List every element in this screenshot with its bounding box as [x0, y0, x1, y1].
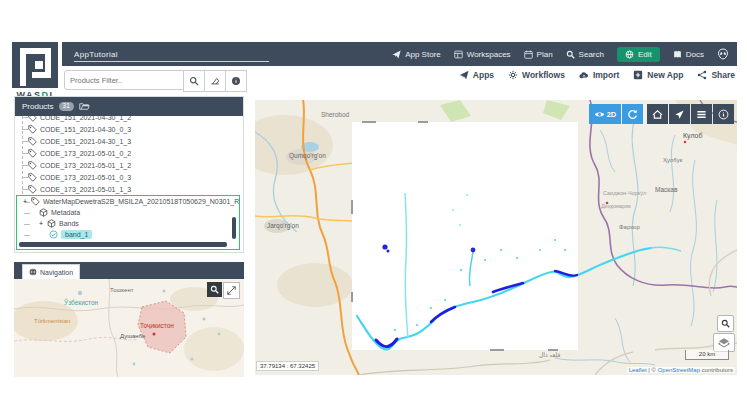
new-app-button[interactable]: New App: [633, 70, 683, 80]
search-icon: [721, 319, 730, 328]
leaflet-link[interactable]: Leaflet: [629, 367, 647, 373]
nav-app-store[interactable]: App Store: [392, 50, 441, 59]
tree-item-band1[interactable]: band_1: [17, 229, 239, 240]
paper-plane-icon: [459, 70, 469, 80]
expand-caret[interactable]: +: [23, 198, 28, 205]
globe-icon: [29, 268, 37, 276]
products-count-badge: 31: [59, 102, 74, 111]
product-tag-icon: [28, 125, 37, 134]
navbar-items: App Store Workspaces Plan Search Edit Do…: [392, 47, 737, 62]
paper-plane-icon: [392, 50, 401, 59]
product-tag-icon: [28, 161, 37, 170]
minimap-zoom-button[interactable]: [207, 282, 222, 297]
import-button[interactable]: Import: [579, 70, 619, 80]
navigation-tab[interactable]: Navigation: [22, 264, 80, 279]
nav-plan[interactable]: Plan: [524, 50, 553, 59]
map-attribution: Leaflet | © OpenStreetMap contributors: [627, 367, 735, 373]
nav-edit[interactable]: Edit: [617, 47, 660, 62]
toggle-2d-button[interactable]: 2D: [589, 104, 621, 124]
refresh-icon: [627, 109, 638, 120]
search-icon: [210, 285, 219, 294]
nav-docs[interactable]: Docs: [673, 50, 704, 59]
top-navbar: AppTutorial App Store Workspaces Plan Se…: [62, 42, 737, 66]
horizontal-scrollbar[interactable]: [19, 242, 227, 247]
layers-icon: [718, 337, 730, 349]
product-tree-item[interactable]: CODE_173_2021-05-01_0_2: [15, 147, 243, 159]
filter-search-button[interactable]: [183, 70, 205, 92]
product-tree-item[interactable]: CODE_151_2021-04-30_0_3: [15, 123, 243, 135]
product-tag-icon: [31, 197, 40, 206]
wasdi-logo-icon: [12, 42, 58, 88]
main-map[interactable]: SherobodQumqo'rg'onJarqo'rg'onКулобҲулбу…: [255, 100, 737, 375]
products-panel: Products 31 CODE_151_2021-04-30_1_2CODE_…: [14, 96, 244, 253]
diagonal-extent-icon: [227, 286, 236, 295]
apps-button[interactable]: Apps: [459, 70, 494, 80]
eraser-icon: [210, 76, 220, 86]
navigation-panel: Navigation ТошкентЎзбекистонTürkmenistan…: [14, 262, 244, 377]
gears-icon: [508, 70, 518, 80]
wasdi-app: WASDI AppTutorial App Store Workspaces P…: [0, 0, 747, 420]
nav-workspaces[interactable]: Workspaces: [454, 50, 511, 59]
refresh-button[interactable]: [622, 104, 643, 124]
book-icon: [673, 50, 682, 59]
osm-link[interactable]: OpenStreetMap: [658, 367, 700, 373]
filter-clear-button[interactable]: [204, 70, 226, 92]
products-panel-header: Products 31: [15, 97, 243, 116]
products-title: Products: [22, 102, 54, 111]
user-avatar-button[interactable]: [717, 48, 729, 60]
folder-open-icon[interactable]: [79, 102, 90, 111]
workspace-name: AppTutorial: [74, 50, 118, 59]
list-bars-icon: [696, 109, 707, 120]
home-button[interactable]: [647, 104, 668, 124]
watermap-layer: [255, 100, 737, 375]
filter-info-button[interactable]: [225, 70, 247, 92]
home-icon: [652, 109, 663, 120]
vertical-scrollbar[interactable]: [232, 217, 236, 239]
location-arrow-icon: [674, 109, 685, 120]
product-tree-item[interactable]: CODE_173_2021-05-01_1_2: [15, 159, 243, 171]
calendar-icon: [524, 50, 533, 59]
minimap-extent-button[interactable]: [223, 282, 240, 299]
product-tree-item[interactable]: CODE_151_2021-04-30_1_3: [15, 135, 243, 147]
wasdi-logo[interactable]: [12, 42, 58, 88]
cursor-coordinates: 37.79134 : 67.32425: [256, 361, 319, 371]
map-info-button[interactable]: [713, 104, 734, 124]
product-tree-item[interactable]: CODE_173_2021-05-01_0_3: [15, 171, 243, 183]
tree-item-metadata[interactable]: Metadata: [17, 207, 239, 218]
product-tag-icon: [28, 116, 37, 122]
workspace-actions: Apps Workflows Import New App Share: [459, 70, 735, 80]
alien-icon: [717, 48, 729, 60]
product-tag-icon: [28, 137, 37, 146]
nav-search[interactable]: Search: [566, 50, 604, 59]
map-toolbar: 2D: [588, 104, 734, 124]
tree-item-bands[interactable]: + Bands: [17, 218, 239, 229]
tree-item-selected-product[interactable]: + WaterMapDewetraS2B_MSIL2A_20210518T050…: [17, 196, 239, 207]
product-tag-icon: [28, 173, 37, 182]
product-tree-item[interactable]: CODE_173_2021-05-01_1_3: [15, 183, 243, 195]
layers-list-button[interactable]: [691, 104, 712, 124]
product-tag-icon: [28, 185, 37, 194]
map-zoom-button[interactable]: [717, 315, 734, 332]
workspaces-icon: [454, 50, 463, 59]
bands-cube-icon: [47, 219, 56, 228]
navigation-minimap[interactable]: ТошкентЎзбекистонTürkmenistanТоҷикистонД…: [14, 279, 244, 377]
plus-square-icon: [633, 70, 643, 80]
search-icon: [189, 76, 199, 86]
map-scale-bar: 20 km: [685, 350, 729, 360]
products-tree-body: CODE_151_2021-04-30_1_2CODE_151_2021-04-…: [15, 116, 243, 252]
workflows-button[interactable]: Workflows: [508, 70, 565, 80]
info-icon: [231, 76, 241, 86]
check-circle-icon: [49, 230, 58, 239]
expand-caret[interactable]: +: [39, 220, 44, 227]
product-tag-icon: [28, 149, 37, 158]
product-tree: CODE_151_2021-04-30_1_2CODE_151_2021-04-…: [15, 116, 243, 195]
metadata-cube-icon: [39, 208, 48, 217]
share-button[interactable]: Share: [697, 70, 735, 80]
products-filter-input[interactable]: [64, 70, 188, 90]
workspace-underline: [74, 61, 269, 62]
info-icon: [718, 109, 729, 120]
share-icon: [697, 70, 707, 80]
product-tree-item[interactable]: CODE_151_2021-04-30_1_2: [15, 116, 243, 123]
locate-button[interactable]: [669, 104, 690, 124]
cloud-upload-icon: [579, 70, 589, 80]
